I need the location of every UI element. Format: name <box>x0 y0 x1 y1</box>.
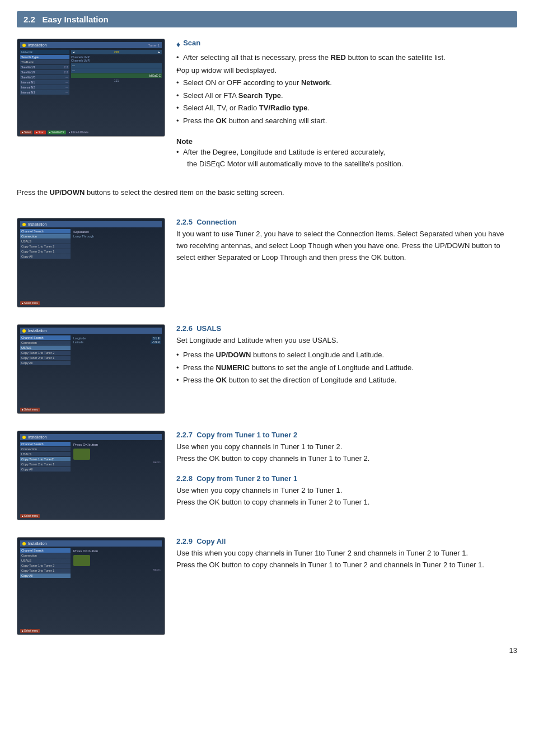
scan-item-4: Select All or FTA Search Type. <box>176 90 517 101</box>
scan-text: ♦ Scan After selecting all that is neces… <box>176 39 517 170</box>
s228-title: 2.2.8 Copy from Tuner 2 to Tuner 1 <box>176 474 517 483</box>
s229-body: Use this when you copy channels in Tuner… <box>176 548 517 571</box>
scan-item-6: Press the OK button and searching will s… <box>176 115 517 127</box>
s227-title: 2.2.7 Copy from Tuner 1 to Tuner 2 <box>176 431 517 439</box>
s226-item-2: Press the NUMERIC buttons to set the ang… <box>176 362 517 374</box>
s227-228-text: 2.2.7 Copy from Tuner 1 to Tuner 2 Use w… <box>176 431 517 511</box>
note-text-1: After the Degree, Longitude and Latitude… <box>183 148 385 156</box>
s226-intro: Set Longitude and Latitude when you use … <box>176 335 517 347</box>
row-226: Installation Channel Search Connection U… <box>17 324 517 414</box>
s226-title: 2.2.6 USALS <box>176 324 517 333</box>
row-229: Installation Channel Search Connection U… <box>17 537 517 635</box>
scan-item-5: Select All, TV, or Radio TV/Radio type. <box>176 102 517 114</box>
scan-item-2: Pop up widow will bedisplayed. <box>176 65 517 76</box>
section-title: Easy Installation <box>42 15 108 24</box>
row-227-228: Installation Channel Search Connection U… <box>17 431 517 520</box>
s226-list: Press the UP/DOWN buttons to select Long… <box>176 349 517 386</box>
screenshot-2: Installation Channel Search Connection U… <box>17 218 165 307</box>
s229-text: 2.2.9 Copy All Use this when you copy ch… <box>176 537 517 574</box>
note-label: Note <box>176 137 517 146</box>
s229-title: 2.2.9 Copy All <box>176 537 517 545</box>
s225-title: 2.2.5 Connection <box>176 218 517 226</box>
scan-title: Scan <box>183 39 200 47</box>
screenshot-1: Installation Tuner 1 Network Search Type… <box>17 39 165 137</box>
updown-text: Press the UP/DOWN buttons to select the … <box>17 187 517 199</box>
note-text-2: the DiSEqC Motor will automatically move… <box>187 160 403 168</box>
screenshot-4: Installation Channel Search Connection U… <box>17 431 165 520</box>
main-content: Installation Tuner 1 Network Search Type… <box>17 39 517 635</box>
page-number: 13 <box>17 646 517 655</box>
scan-item-3: Select ON or OFF according to your Netwo… <box>176 77 517 88</box>
screenshot-5: Installation Channel Search Connection U… <box>17 537 165 635</box>
note-block: Note After the Degree, Longitude and Lat… <box>176 130 517 170</box>
scan-item-1: After selecting all that is necessary, p… <box>176 52 517 63</box>
s226-item-1: Press the UP/DOWN buttons to select Long… <box>176 349 517 361</box>
note-text: After the Degree, Longitude and Latitude… <box>176 147 517 170</box>
section-header: 2.2 Easy Installation <box>17 11 517 27</box>
row-scan: Installation Tuner 1 Network Search Type… <box>17 39 517 170</box>
s228-body: Use when you copy channels in Tuner 2 to… <box>176 485 517 508</box>
row-225: Installation Channel Search Connection U… <box>17 218 517 307</box>
s227-body: Use when you copy channels in Tuner 1 to… <box>176 441 517 465</box>
scan-diamond: ♦ <box>176 40 180 49</box>
s226-text: 2.2.6 USALS Set Longitude and Latitude w… <box>176 324 517 388</box>
s226-item-3: Press the OK button to set the direction… <box>176 375 517 386</box>
screenshot-3: Installation Channel Search Connection U… <box>17 324 165 414</box>
s225-body: It you want to use Tuner 2, you have to … <box>176 228 517 263</box>
scan-list: After selecting all that is necessary, p… <box>176 52 517 126</box>
s225-text: 2.2.5 Connection It you want to use Tune… <box>176 218 517 266</box>
section-number: 2.2 <box>24 15 35 24</box>
